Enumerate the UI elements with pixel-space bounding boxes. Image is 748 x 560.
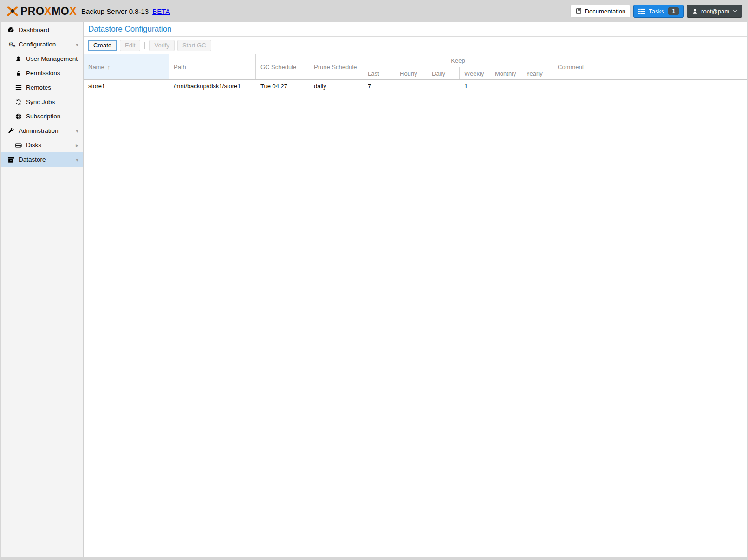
column-header-keep-yearly[interactable]: Yearly xyxy=(521,67,553,79)
cell-keep-daily xyxy=(427,80,460,92)
main-panel: Datastore Configuration Create Edit Veri… xyxy=(84,22,747,557)
sidebar-item-label: Administration xyxy=(19,127,59,134)
sidebar-item-label: Permissions xyxy=(26,70,60,77)
column-header-path[interactable]: Path xyxy=(169,54,256,79)
column-header-keep-weekly[interactable]: Weekly xyxy=(460,67,490,79)
column-header-gc-schedule[interactable]: GC Schedule xyxy=(256,54,309,79)
column-header-keep-daily[interactable]: Daily xyxy=(427,67,460,79)
list-icon xyxy=(14,85,22,91)
app-version-title: Backup Server 0.8-13 xyxy=(81,7,149,15)
column-group-keep: Keep Last Hourly Daily Weekly Monthly Ye… xyxy=(363,54,553,79)
sort-ascending-icon: ↑ xyxy=(107,64,111,71)
keep-group-label: Keep xyxy=(363,54,553,67)
cell-comment xyxy=(553,80,747,92)
sidebar-item-datastore[interactable]: Datastore ▾ xyxy=(1,152,83,167)
dashboard-icon xyxy=(7,26,15,33)
cell-gc-schedule: Tue 04:27 xyxy=(256,80,309,92)
page-title: Datastore Configuration xyxy=(84,22,747,37)
column-header-keep-hourly[interactable]: Hourly xyxy=(395,67,427,79)
cell-path: /mnt/backup/disk1/store1 xyxy=(169,80,256,92)
tasks-button[interactable]: Tasks 1 xyxy=(633,5,684,18)
sidebar-item-label: User Management xyxy=(26,55,78,62)
beta-link[interactable]: BETA xyxy=(152,7,170,15)
column-header-keep-last[interactable]: Last xyxy=(363,67,395,79)
gears-icon: ⚙⚙ xyxy=(7,41,15,47)
column-header-name[interactable]: Name ↑ xyxy=(84,54,169,79)
chevron-down-icon: ▾ xyxy=(76,128,78,134)
user-label: root@pam xyxy=(701,8,729,15)
support-icon xyxy=(14,113,22,120)
sync-icon xyxy=(14,99,22,105)
hdd-icon xyxy=(14,142,22,148)
toolbar-separator xyxy=(144,42,145,49)
user-icon xyxy=(14,56,22,62)
user-icon xyxy=(692,8,698,14)
sidebar-item-sync-jobs[interactable]: Sync Jobs xyxy=(1,95,83,109)
wrench-icon xyxy=(7,128,15,134)
cell-keep-yearly xyxy=(521,80,553,92)
sidebar-nav: Dashboard ⚙⚙ Configuration ▾ User Manage… xyxy=(1,22,84,557)
chevron-right-icon: ▸ xyxy=(76,142,78,149)
cell-keep-last: 7 xyxy=(363,80,395,92)
chevron-down-icon xyxy=(733,10,737,13)
user-menu-button[interactable]: root@pam xyxy=(687,5,742,18)
cell-keep-monthly xyxy=(490,80,521,92)
sidebar-item-disks[interactable]: Disks ▸ xyxy=(1,138,83,152)
sidebar-item-configuration[interactable]: ⚙⚙ Configuration ▾ xyxy=(1,37,83,52)
start-gc-button[interactable]: Start GC xyxy=(177,40,211,51)
task-list-icon xyxy=(638,8,645,14)
table-header: Name ↑ Path GC Schedule Prune Schedule K… xyxy=(84,54,747,80)
documentation-label: Documentation xyxy=(585,8,625,15)
sidebar-item-label: Remotes xyxy=(26,84,51,91)
sidebar-item-subscription[interactable]: Subscription xyxy=(1,109,83,124)
sidebar-item-dashboard[interactable]: Dashboard xyxy=(1,23,83,37)
tasks-count-badge: 1 xyxy=(668,7,679,15)
proxmox-x-icon xyxy=(6,4,20,18)
column-header-keep-monthly[interactable]: Monthly xyxy=(490,67,521,79)
unlock-icon xyxy=(14,70,22,77)
column-header-comment[interactable]: Comment xyxy=(553,54,747,79)
tasks-label: Tasks xyxy=(649,8,664,15)
verify-button[interactable]: Verify xyxy=(149,40,175,51)
edit-button[interactable]: Edit xyxy=(120,40,140,51)
table-row[interactable]: store1 /mnt/backup/disk1/store1 Tue 04:2… xyxy=(84,80,747,92)
sidebar-item-user-management[interactable]: User Management xyxy=(1,52,83,66)
proxmox-logo: PROXMOX xyxy=(6,4,77,18)
book-icon xyxy=(575,8,582,14)
sidebar-item-label: Configuration xyxy=(19,41,56,48)
cell-name: store1 xyxy=(84,80,169,92)
sidebar-item-label: Subscription xyxy=(26,113,60,120)
toolbar: Create Edit Verify Start GC xyxy=(84,37,747,54)
table-empty-area xyxy=(84,92,747,557)
top-header-bar: PROXMOX Backup Server 0.8-13 BETA Docume… xyxy=(0,0,748,22)
sidebar-item-label: Sync Jobs xyxy=(26,98,55,105)
column-header-prune-schedule[interactable]: Prune Schedule xyxy=(309,54,363,79)
sidebar-item-administration[interactable]: Administration ▾ xyxy=(1,124,83,138)
sidebar-item-label: Disks xyxy=(26,142,41,149)
sidebar-item-permissions[interactable]: Permissions xyxy=(1,66,83,80)
cell-keep-weekly: 1 xyxy=(460,80,490,92)
chevron-down-icon: ▾ xyxy=(76,41,78,48)
brand-text: PROXMOX xyxy=(20,5,77,18)
archive-icon xyxy=(7,156,15,163)
documentation-button[interactable]: Documentation xyxy=(570,5,631,18)
sidebar-item-label: Dashboard xyxy=(19,26,49,33)
sidebar-item-label: Datastore xyxy=(19,156,46,163)
sidebar-item-remotes[interactable]: Remotes xyxy=(1,80,83,95)
create-button[interactable]: Create xyxy=(88,40,117,51)
cell-prune-schedule: daily xyxy=(309,80,363,92)
chevron-down-icon: ▾ xyxy=(76,156,78,163)
cell-keep-hourly xyxy=(395,80,427,92)
